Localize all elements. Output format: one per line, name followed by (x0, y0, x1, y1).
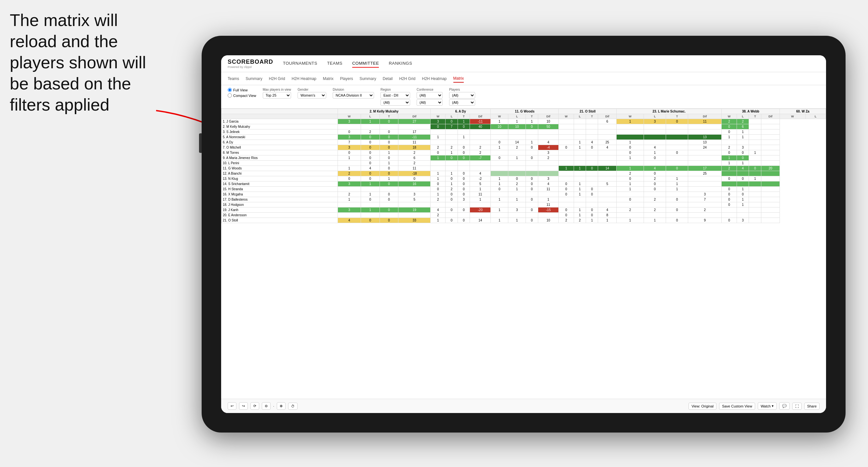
cell (559, 171, 574, 176)
subnav-summary2[interactable]: Summary (359, 75, 376, 82)
subnav-matrix[interactable]: Matrix (323, 75, 334, 82)
player-name: 15. H Stranda (221, 187, 338, 192)
cell (398, 124, 431, 129)
cell (470, 140, 491, 145)
cell: 0 (458, 218, 470, 223)
cell: 0 (526, 187, 538, 192)
cell (559, 176, 574, 182)
cell: 0 (458, 208, 470, 213)
cell: 1 (361, 119, 379, 124)
col-t-3: T (526, 114, 538, 119)
subnav-h2h-heatmap2[interactable]: H2H Heatmap (422, 75, 446, 82)
cell (749, 202, 761, 208)
cell: 0 (617, 145, 644, 150)
cell (574, 176, 586, 182)
cell (526, 150, 538, 155)
max-players-select[interactable]: Top 25 Top 50 All (263, 92, 291, 98)
save-custom-button[interactable]: Save Custom View (719, 403, 755, 410)
cell: 0 (361, 197, 379, 202)
conference-select[interactable]: (All) (416, 92, 443, 98)
cell: 1 (431, 171, 445, 176)
zoom-out-button[interactable]: ⊖ (262, 402, 271, 410)
cell (666, 213, 688, 218)
cell (688, 155, 722, 161)
cell: 1 (574, 208, 586, 213)
cell: 2 (508, 145, 526, 150)
cell (722, 213, 737, 218)
cell: 0 (666, 218, 688, 223)
cell: 1 (737, 161, 749, 166)
cell (361, 213, 379, 218)
players-sub-select[interactable]: (All) (449, 99, 475, 106)
table-row: 16. X Mcgaha 2 1 0 3 1 0 0 11 0 (221, 192, 826, 197)
cell: 1 (737, 129, 749, 135)
division-filter: Division NCAA Division II NCAA Division … (333, 88, 374, 98)
cell (508, 166, 526, 171)
cell: 2 (538, 155, 559, 161)
subnav-summary[interactable]: Summary (246, 75, 262, 82)
subnav-h2h-grid[interactable]: H2H Grid (269, 75, 285, 82)
cell: -20 (470, 208, 491, 213)
cell: 0 (526, 124, 538, 129)
refresh-button[interactable]: ⟳ (250, 402, 259, 410)
region-select[interactable]: East - DII West - DII All (380, 92, 410, 98)
cell (761, 129, 780, 135)
cell: 1 (574, 213, 586, 218)
cell: 1 (617, 119, 644, 124)
conference-sub-select[interactable]: (All) (416, 99, 443, 106)
gender-select[interactable]: Women's Men's Both (298, 92, 326, 98)
cell (617, 213, 644, 218)
compact-view-radio[interactable] (228, 93, 232, 98)
region-sub-select[interactable]: (All) (380, 99, 410, 106)
share-button[interactable]: Share (804, 403, 819, 410)
cell (598, 171, 617, 176)
cell: 3 (338, 208, 361, 213)
col-header-4: 21. O Stoll (559, 109, 617, 114)
subnav-h2h-heatmap[interactable]: H2H Heatmap (292, 75, 316, 82)
view-original-button[interactable]: View: Original (688, 403, 716, 410)
cell: 33 (398, 218, 431, 223)
cell: 1 (508, 119, 526, 124)
matrix-content[interactable]: 2. M Kelly Mulcahy 6. A Dy 11. G Woods 2… (221, 108, 826, 399)
cell: 1 (508, 187, 526, 192)
nav-rankings[interactable]: RANKINGS (389, 60, 412, 68)
cell: 0 (737, 155, 749, 161)
players-select[interactable]: (All) (449, 92, 475, 98)
zoom-in-button[interactable]: ⊕ (277, 402, 285, 410)
subnav-players[interactable]: Players (340, 75, 353, 82)
cell (666, 155, 688, 161)
nav-committee[interactable]: COMMITTEE (352, 60, 379, 68)
nav-teams[interactable]: TEAMS (327, 60, 342, 68)
cell: 20 (761, 166, 780, 171)
subnav-detail[interactable]: Detail (383, 75, 393, 82)
cell (398, 187, 431, 192)
cell: 3 (458, 197, 470, 202)
player-name: 3. S Jelinek (221, 129, 338, 135)
cell: 0 (379, 135, 398, 140)
cell: 4 (431, 208, 445, 213)
cell: 0 (586, 145, 598, 150)
redo-button[interactable]: ↪ (239, 402, 248, 410)
timer-button[interactable]: ⏱ (288, 403, 298, 410)
full-view-option[interactable]: Full View (228, 88, 256, 92)
subnav-h2h-grid2[interactable]: H2H Grid (399, 75, 415, 82)
expand-button[interactable]: ⛶ (792, 403, 802, 410)
table-row: 10. L Perini 0 1 2 (221, 161, 826, 166)
full-view-radio[interactable] (228, 88, 232, 92)
subnav-teams[interactable]: Teams (228, 75, 239, 82)
division-select[interactable]: NCAA Division II NCAA Division I NCAA Di… (333, 92, 374, 98)
cell: 3 (538, 150, 559, 155)
cell (538, 161, 559, 166)
cell: -2 (470, 176, 491, 182)
comment-button[interactable]: 💬 (779, 402, 789, 410)
nav-tournaments[interactable]: TOURNAMENTS (283, 60, 317, 68)
subnav-matrix2[interactable]: Matrix (453, 75, 464, 83)
cell: 0 (379, 155, 398, 161)
save-custom-label: Save Custom View (722, 404, 752, 408)
cell: 10 (538, 119, 559, 124)
compact-view-option[interactable]: Compact View (228, 93, 256, 98)
watch-button[interactable]: Watch ▾ (758, 402, 777, 410)
cell: 0 (586, 208, 598, 213)
undo-button[interactable]: ↩ (228, 402, 237, 410)
cell (737, 182, 749, 187)
